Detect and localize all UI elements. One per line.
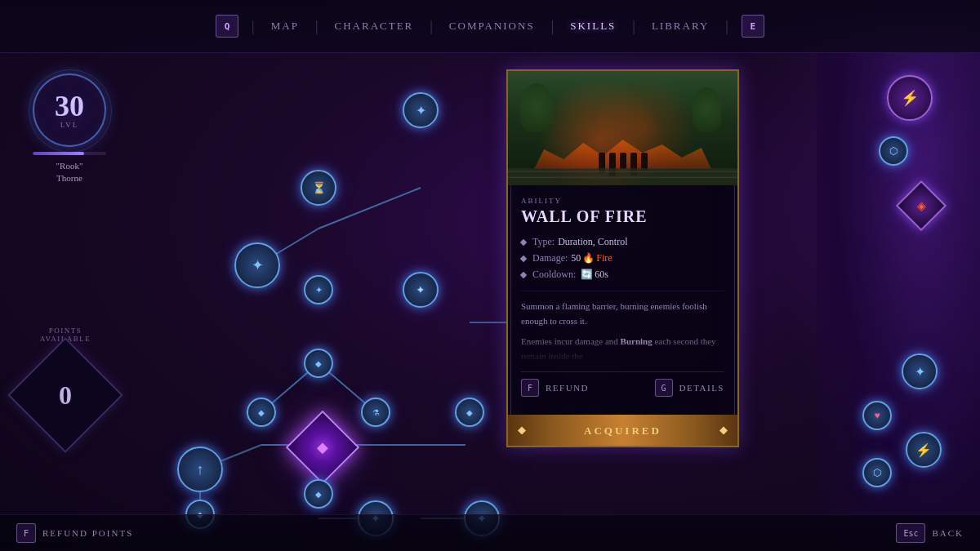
nav-sep-2: |: [309, 18, 325, 35]
ability-image: [508, 71, 737, 185]
cooldown-icon: 🔄: [581, 269, 593, 281]
skill-node-arrow-up[interactable]: ↑: [177, 447, 223, 492]
type-value: Duration, Control: [558, 236, 627, 248]
refund-points-action[interactable]: F REFUND POINTS: [16, 523, 133, 543]
skill-node-bottom-1[interactable]: ◆: [304, 479, 333, 509]
desc-line-1: Summon a flaming barrier, burning enemie…: [521, 300, 724, 328]
skill-node-lightning[interactable]: ⚡: [906, 432, 942, 468]
stat-type: Type: Duration, Control: [521, 236, 724, 248]
desc-bold: Burning: [621, 336, 653, 346]
bottom-bar: F REFUND POINTS Esc BACK: [0, 514, 980, 551]
frost-icon: ✦: [915, 364, 925, 380]
back-key[interactable]: Esc: [896, 523, 925, 543]
details-key[interactable]: G: [655, 379, 673, 397]
stat-diamond-1: [520, 238, 527, 245]
row2-2-icon: ⚗: [372, 408, 380, 417]
ability-details: ABILITY WALL OF FIRE Type: Duration, Con…: [508, 185, 737, 415]
skill-node-shield[interactable]: ⬡: [862, 458, 892, 487]
stat-diamond-2: [520, 255, 527, 261]
refund-points-label: REFUND POINTS: [42, 528, 133, 538]
lightning-icon: ⚡: [915, 442, 932, 458]
damage-type: Fire: [596, 252, 612, 264]
nav-sep-1: |: [245, 18, 261, 35]
desc-prefix: Enemies incur damage and: [521, 336, 621, 346]
ability-scene: [508, 71, 737, 185]
acquired-bar: ACQUIRED: [508, 415, 737, 446]
ability-stats: Type: Duration, Control Damage: 50 🔥 Fir…: [521, 236, 724, 281]
skill-node-beside-diamond[interactable]: ◆: [455, 398, 484, 427]
skill-node-frost[interactable]: ✦: [902, 353, 938, 389]
skill-node-middle-blue[interactable]: ✦: [403, 272, 439, 308]
nav-library[interactable]: LIBRARY: [642, 20, 719, 33]
level-number: 30: [55, 91, 84, 121]
skill-node-staff[interactable]: ⚡: [887, 75, 933, 121]
compass-left-icon: ✦: [252, 256, 264, 274]
top-navigation: Q | MAP | CHARACTER | COMPANIONS | SKILL…: [0, 0, 980, 53]
center-icon: ✦: [315, 285, 323, 295]
fire-diamond-icon: ◆: [317, 438, 328, 456]
skill-node-left-row2-2[interactable]: ⚗: [361, 398, 390, 427]
svg-rect-17: [508, 168, 737, 185]
skill-node-left-row2-1[interactable]: ◆: [247, 398, 276, 427]
q-key[interactable]: Q: [216, 15, 238, 38]
damage-value: 50: [571, 252, 581, 264]
points-diamond-frame: 0: [16, 346, 114, 444]
skill-node-compass-left[interactable]: ✦: [234, 242, 280, 288]
refund-key[interactable]: F: [521, 379, 539, 397]
points-number: 0: [59, 380, 72, 410]
left-sm-icon: ◆: [315, 359, 322, 368]
bottom-1-icon: ◆: [315, 490, 322, 499]
character-portrait: ⚡ ◈ ✦ ⬡ ⚡ ♥ ⬡: [817, 53, 980, 551]
acquired-diamond-left: [518, 426, 526, 434]
middle-icon: ✦: [416, 283, 425, 297]
skill-node-hourglass[interactable]: ⏳: [301, 170, 336, 206]
level-bar-fill: [33, 152, 84, 155]
tree-left: [520, 83, 553, 132]
skill-node-heart[interactable]: ♥: [862, 401, 892, 430]
refund-points-key[interactable]: F: [16, 523, 36, 543]
nav-sep-3: |: [423, 18, 439, 35]
level-label: LVL: [60, 121, 79, 129]
nav-sep-6: |: [719, 18, 735, 35]
ability-type-label: ABILITY: [521, 197, 724, 205]
skill-node-top-compass[interactable]: ✦: [403, 92, 439, 128]
nav-map[interactable]: MAP: [261, 20, 309, 33]
acquired-diamond-right: [719, 426, 728, 434]
character-name: "Rook" Thorne: [33, 160, 106, 185]
desc-line-2: Enemies incur damage and Burning each se…: [521, 335, 724, 363]
skill-node-center-sm[interactable]: ✦: [304, 275, 333, 304]
fire-icon: 🔥: [582, 252, 595, 264]
damage-label: Damage:: [532, 252, 568, 264]
beside-icon: ◆: [466, 408, 473, 417]
shield-icon: ⬡: [873, 467, 881, 479]
level-panel: 30 LVL "Rook" Thorne: [33, 73, 106, 185]
nav-sep-5: |: [626, 18, 642, 35]
level-circle: 30 LVL: [33, 73, 106, 147]
cooldown-label: Cooldown:: [532, 269, 576, 281]
skill-node-potion-r[interactable]: ⬡: [879, 136, 908, 166]
potion-icon: ⬡: [889, 145, 898, 158]
back-action[interactable]: Esc BACK: [896, 523, 964, 543]
row2-1-icon: ◆: [258, 408, 265, 417]
e-key[interactable]: E: [742, 15, 764, 38]
tree-right: [693, 87, 721, 132]
acquired-text: ACQUIRED: [584, 424, 662, 437]
compass-icon: ✦: [416, 103, 426, 118]
portrait-svg: [817, 53, 980, 551]
skill-node-wall-of-fire[interactable]: ◆: [286, 411, 360, 485]
points-label-1: POINTS: [16, 327, 114, 335]
points-available-panel: POINTS AVAILABLE 0: [16, 327, 114, 444]
ability-actions: F REFUND G DETAILS: [521, 371, 724, 403]
type-label: Type:: [532, 236, 555, 248]
nav-character[interactable]: CHARACTER: [325, 20, 424, 33]
arrow-up-icon: ↑: [197, 461, 204, 478]
svg-rect-0: [817, 53, 980, 551]
heart-icon: ♥: [874, 410, 880, 422]
nav-skills[interactable]: SKILLS: [560, 20, 626, 33]
refund-action-label: REFUND: [546, 383, 589, 393]
skill-node-left-sm[interactable]: ◆: [304, 349, 333, 378]
cooldown-value: 60s: [595, 269, 608, 281]
nav-companions[interactable]: COMPANIONS: [439, 20, 545, 33]
staff-icon: ⚡: [901, 89, 919, 107]
stat-damage: Damage: 50 🔥 Fire: [521, 252, 724, 264]
